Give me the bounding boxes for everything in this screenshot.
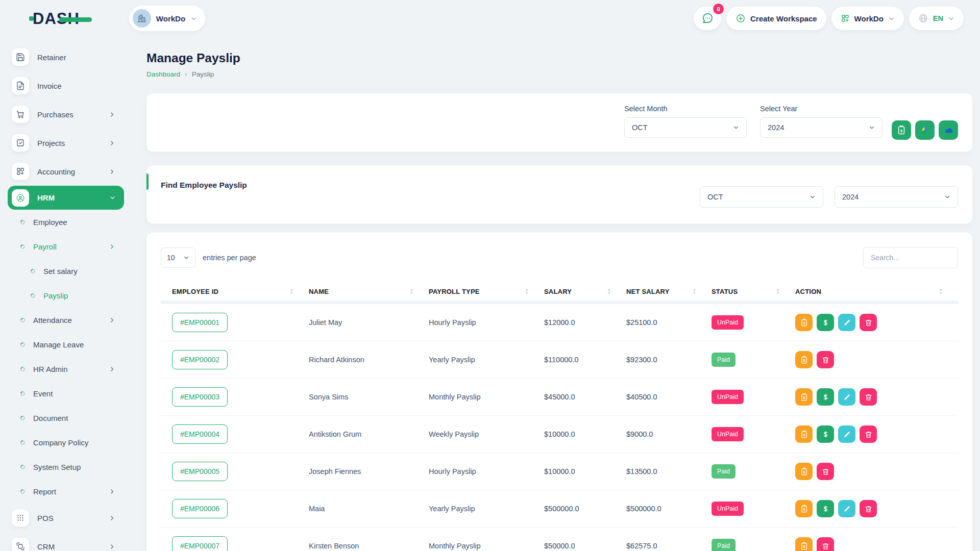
payslip-button[interactable]: $ [795,537,813,551]
sidebar-item-accounting[interactable]: Accounting [0,157,139,186]
export-payslip-button[interactable]: $ [892,120,911,140]
sidebar-item-label: Report [33,487,56,496]
employee-name: Sonya Sims [309,393,429,401]
google-drive-button[interactable] [915,120,935,140]
find-month-select[interactable]: OCT [700,186,823,208]
pay-button[interactable] [817,425,834,443]
payslip-button[interactable]: $ [795,425,813,443]
sidebar-item-report[interactable]: Report [0,479,139,504]
edit-button[interactable] [838,314,855,331]
sidebar-item-label: Employee [33,218,67,227]
employee-id-chip[interactable]: #EMP00006 [172,499,228,518]
breadcrumb-dashboard-link[interactable]: Dashboard [146,70,180,78]
sidebar-item-retainer[interactable]: Retainer [0,43,139,71]
sort-icon[interactable]: ▲▼ [693,288,696,295]
column-header-employee-id[interactable]: EMPLOYEE ID▲▼ [161,288,309,295]
delete-button[interactable] [860,314,877,331]
delete-button[interactable] [817,537,834,551]
sidebar-item-event[interactable]: Event [0,381,139,406]
grid-plus-icon [841,14,850,23]
edit-button[interactable] [838,500,855,517]
sidebar-item-payroll[interactable]: Payroll [0,234,139,259]
find-card-title: Find Employee Payslip [161,181,247,190]
dollar-icon [821,318,830,327]
dollar-icon [821,393,830,402]
employee-id-chip[interactable]: #EMP00002 [172,350,228,369]
trash-icon [864,393,873,402]
svg-text:$: $ [900,129,903,133]
sidebar-item-pos[interactable]: POS [0,504,139,532]
edit-button[interactable] [838,388,855,406]
employee-id-chip[interactable]: #EMP00001 [172,313,228,332]
salary-value: $45000.0 [544,393,626,401]
employee-name: Joseph Fiennes [309,467,429,475]
year-select[interactable]: 2024 [760,117,883,138]
month-select[interactable]: OCT [624,117,747,138]
messages-button[interactable]: 0 [694,7,721,30]
sidebar-item-hr-admin[interactable]: HR Admin [0,357,139,381]
table-row: #EMP00003Sonya SimsMonthly Payslip$45000… [161,379,958,416]
column-header-action[interactable]: ACTION▲▼ [795,288,958,295]
column-header-status[interactable]: STATUS▲▼ [712,288,795,295]
pay-button[interactable] [817,388,834,406]
delete-button[interactable] [860,388,877,406]
workspace-switcher[interactable]: WorkDo [129,6,205,31]
column-header-net-salary[interactable]: NET SALARY▲▼ [626,288,712,295]
sidebar-item-label: Document [33,414,68,422]
onedrive-button[interactable] [939,120,958,140]
sidebar-item-set-salary[interactable]: Set salary [0,259,139,283]
sidebar-item-invoice[interactable]: Invoice [0,71,139,100]
svg-text:$: $ [803,321,805,325]
sort-icon[interactable]: ▲▼ [939,288,943,295]
sort-icon[interactable]: ▲▼ [410,288,413,295]
payslip-button[interactable]: $ [795,314,813,331]
cart-icon [12,106,29,123]
workdo-menu-button[interactable]: WorkDo [831,7,904,30]
sidebar-item-payslip[interactable]: Payslip [0,283,139,308]
column-header-name[interactable]: NAME▲▼ [309,288,429,295]
sidebar-item-crm[interactable]: CRM [0,532,139,551]
edit-button[interactable] [838,425,855,443]
column-header-salary[interactable]: SALARY▲▼ [544,288,626,295]
chevron-down-icon [948,15,954,22]
employee-id-chip[interactable]: #EMP00003 [172,387,228,407]
search-input[interactable] [863,247,958,268]
employee-id-chip[interactable]: #EMP00004 [172,424,228,444]
delete-button[interactable] [860,500,877,517]
payslip-button[interactable]: $ [795,463,813,480]
sidebar-item-attendance[interactable]: Attendance [0,308,139,332]
entries-per-page-select[interactable]: 10 [161,247,195,268]
sidebar-item-manage-leave[interactable]: Manage Leave [0,332,139,357]
pay-button[interactable] [817,314,834,331]
payslip-button[interactable]: $ [795,388,813,406]
sidebar-item-document[interactable]: Document [0,406,139,430]
sidebar-item-system-setup[interactable]: System Setup [0,455,139,479]
employee-id-chip[interactable]: #EMP00007 [172,536,228,551]
svg-text:$: $ [803,395,805,399]
sidebar-item-purchases[interactable]: Purchases [0,100,139,129]
language-button[interactable]: EN [909,7,964,30]
app-logo[interactable]: DASH [33,11,80,27]
delete-button[interactable] [860,425,877,443]
delete-button[interactable] [817,463,834,480]
sidebar-item-hrm[interactable]: HRM [8,186,124,210]
employee-id-chip[interactable]: #EMP00005 [172,462,228,481]
create-workspace-button[interactable]: Create Workspace [726,7,826,30]
bullet-icon [19,341,26,348]
sort-icon[interactable]: ▲▼ [607,288,611,295]
sort-icon[interactable]: ▲▼ [290,288,293,295]
column-header-payroll-type[interactable]: PAYROLL TYPE▲▼ [429,288,544,295]
bullet-icon [30,268,36,274]
sort-icon[interactable]: ▲▼ [776,288,780,295]
payslip-button[interactable]: $ [795,351,813,368]
find-year-select[interactable]: 2024 [835,186,958,208]
sidebar-item-company-policy[interactable]: Company Policy [0,430,139,455]
sort-icon[interactable]: ▲▼ [525,288,529,295]
sidebar-item-projects[interactable]: Projects [0,129,139,157]
delete-button[interactable] [817,351,834,368]
sidebar-item-employee[interactable]: Employee [0,210,139,234]
find-employee-payslip-card: Find Employee Payslip OCT 2024 [146,165,972,223]
payslip-button[interactable]: $ [795,500,813,517]
pay-button[interactable] [817,500,834,517]
net-salary-value: $13500.0 [626,467,712,475]
